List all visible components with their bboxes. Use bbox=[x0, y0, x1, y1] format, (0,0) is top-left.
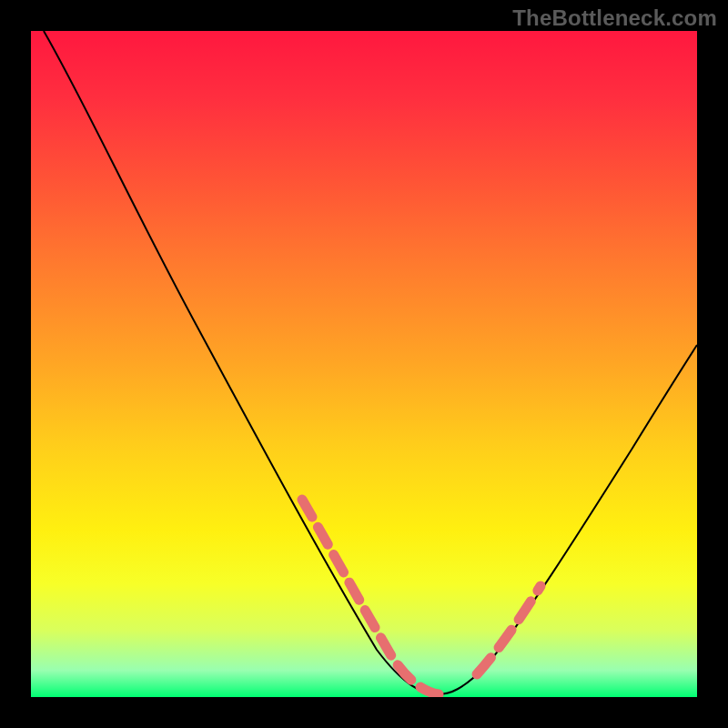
highlight-segment-left bbox=[302, 500, 439, 694]
watermark-text: TheBottleneck.com bbox=[512, 5, 717, 31]
plot-area bbox=[31, 31, 697, 697]
chart-svg bbox=[31, 31, 697, 697]
chart-frame: TheBottleneck.com bbox=[0, 0, 728, 728]
highlight-segment-right bbox=[477, 586, 541, 674]
main-curve-line bbox=[44, 31, 697, 694]
